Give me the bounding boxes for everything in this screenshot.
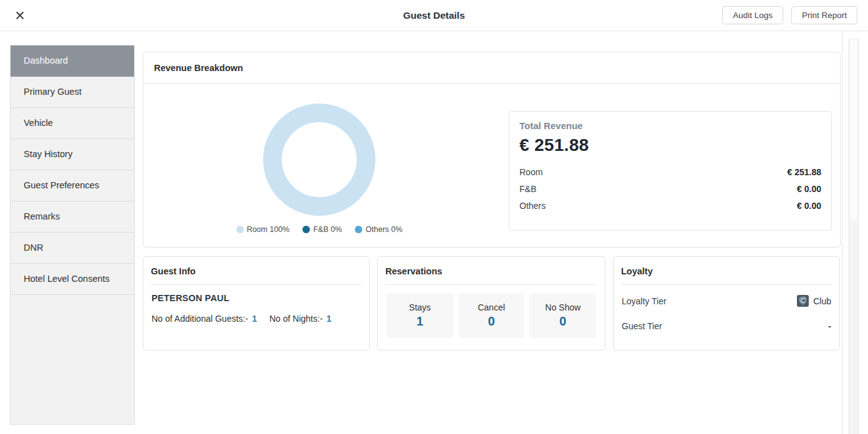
legend-item-fnb: F&B 0% [302,225,342,234]
content-right-divider [842,31,843,434]
no-show-count: 0 [559,314,566,329]
audit-logs-button[interactable]: Audit Logs [722,6,783,24]
stat-label: No Show [545,302,581,312]
sidebar-item-hotel-level-consents[interactable]: Hotel Level Consents [11,264,134,295]
field-label: No of Nights:- [269,314,323,324]
revenue-row-value: € 251.88 [788,167,822,177]
legend-item-others: Others 0% [355,225,402,234]
additional-guests-value: 1 [252,314,257,324]
revenue-row-value: € 0.00 [797,201,821,211]
sidebar: Dashboard Primary Guest Vehicle Stay His… [10,45,135,425]
revenue-chart-section: Room 100% F&B 0% Others 0% [143,84,509,248]
sidebar-item-guest-preferences[interactable]: Guest Preferences [11,170,134,201]
stat-box-stays: Stays 1 [387,293,453,338]
sidebar-item-stay-history[interactable]: Stay History [11,139,134,170]
guest-fields: No of Additional Guests:- 1 No of Nights… [152,314,361,324]
guest-info-card: Guest Info PETERSON PAUL No of Additiona… [143,256,370,350]
room-legend-dot-icon [236,226,244,233]
content-area: Dashboard Primary Guest Vehicle Stay His… [0,31,868,434]
fnb-legend-dot-icon [302,226,310,233]
revenue-row-fnb: F&B € 0.00 [519,180,821,197]
close-icon[interactable]: × [10,0,30,31]
guest-tier-label: Guest Tier [622,321,662,331]
loyalty-card: Loyalty Loyalty Tier C Club Guest Tier - [613,256,840,350]
loyalty-tier-text: Club [813,296,831,306]
total-revenue-label: Total Revenue [519,120,821,131]
loyalty-body: Loyalty Tier C Club Guest Tier - [614,285,839,331]
loyalty-title: Loyalty [621,257,832,285]
revenue-row-room: Room € 251.88 [519,163,821,180]
chart-legend: Room 100% F&B 0% Others 0% [143,225,495,234]
sidebar-item-remarks[interactable]: Remarks [11,201,134,233]
revenue-donut-chart [263,104,375,216]
header-bar: × Guest Details Audit Logs Print Report [0,0,868,31]
loyalty-tier-row: Loyalty Tier C Club [622,295,831,307]
stays-count: 1 [417,314,423,329]
legend-label: F&B 0% [313,225,342,234]
stat-label: Stays [409,302,431,312]
reservation-stats: Stays 1 Cancel 0 No Show 0 [378,285,605,338]
cancel-count: 0 [488,314,494,329]
legend-label: Room 100% [247,225,290,234]
sidebar-item-vehicle[interactable]: Vehicle [11,108,134,139]
guest-tier-value: - [828,321,831,331]
stat-label: Cancel [478,302,505,312]
revenue-breakdown-card: Revenue Breakdown Room 100% F&B 0% Other… [143,52,841,248]
vertical-scrollbar[interactable] [849,39,859,434]
legend-label: Others 0% [365,225,402,234]
sidebar-item-dashboard[interactable]: Dashboard [11,46,134,77]
loyalty-tier-value: C Club [797,295,831,307]
scrollbar-thumb[interactable] [850,39,857,220]
revenue-row-others: Others € 0.00 [519,197,821,214]
sidebar-item-dnr[interactable]: DNR [11,233,134,264]
stat-box-no-show: No Show 0 [529,293,596,338]
revenue-row-value: € 0.00 [797,184,821,194]
revenue-row-label: Room [519,167,542,177]
revenue-rows: Room € 251.88 F&B € 0.00 Others € 0.00 [519,163,821,214]
total-revenue-amount: € 251.88 [519,135,821,155]
reservations-card: Reservations Stays 1 Cancel 0 No Show 0 [377,256,605,350]
additional-guests-field: No of Additional Guests:- 1 [152,314,257,324]
revenue-breakdown-title: Revenue Breakdown [143,52,840,84]
guest-info-title: Guest Info [151,257,362,285]
others-legend-dot-icon [355,226,362,233]
header-actions: Audit Logs Print Report [722,6,857,24]
sidebar-item-primary-guest[interactable]: Primary Guest [11,77,134,108]
total-revenue-panel: Total Revenue € 251.88 Room € 251.88 F&B… [509,111,832,231]
shield-badge-icon: C [797,295,809,307]
field-label: No of Additional Guests:- [152,314,248,324]
nights-value: 1 [327,314,332,324]
nights-field: No of Nights:- 1 [269,314,332,324]
loyalty-tier-label: Loyalty Tier [622,296,667,306]
guest-tier-row: Guest Tier - [622,321,831,331]
revenue-row-label: Others [519,201,546,211]
page-title: Guest Details [403,0,465,31]
guest-info-body: PETERSON PAUL No of Additional Guests:- … [143,285,369,324]
stat-box-cancel: Cancel 0 [458,293,525,338]
print-report-button[interactable]: Print Report [791,6,857,24]
reservations-title: Reservations [385,257,597,285]
revenue-row-label: F&B [519,184,536,194]
guest-name: PETERSON PAUL [152,293,361,303]
badge-letter: C [801,298,805,304]
legend-item-room: Room 100% [236,225,290,234]
